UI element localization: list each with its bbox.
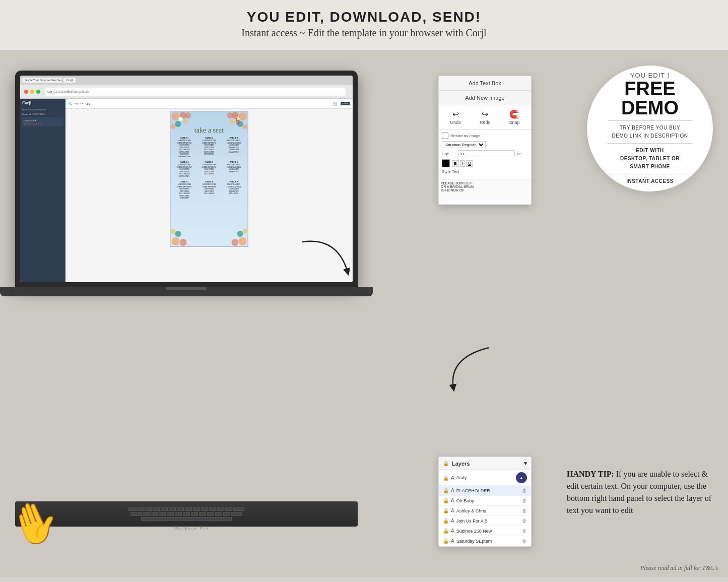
layer-name-placeholder: PLACEHOLDER xyxy=(456,488,520,493)
undo-label: Undo xyxy=(450,120,461,125)
redo-button[interactable]: ↪ Redo xyxy=(480,109,491,125)
layer-type-icon-2: A xyxy=(451,488,454,493)
bold-button[interactable]: B xyxy=(452,160,459,167)
key xyxy=(159,512,166,516)
style-text-label: Style Text xyxy=(442,169,459,174)
layer-item-oh-baby[interactable]: 🔒 A Oh Baby 🗑 xyxy=(439,496,531,506)
text-preview-area[interactable]: PLEASE JOIN US F OR A BRIDAL BRUN IN HON… xyxy=(439,179,531,205)
deer-illustration: 🦌 xyxy=(233,115,243,125)
address-bar[interactable]: corjl.com/order/templates xyxy=(45,88,346,96)
minimize-dot[interactable] xyxy=(30,90,34,94)
layer-type-icon-5: A xyxy=(451,518,454,524)
svg-point-19 xyxy=(232,239,239,246)
order-item[interactable]: best floral ✦ ⊗ INCOMPLETE xyxy=(22,117,63,126)
corjl-logo: Corjl xyxy=(22,101,63,105)
demo-separator-2 xyxy=(608,143,692,144)
toolbar-cart: 🛒 xyxy=(333,101,339,106)
table-header-2: TABLE 2 xyxy=(197,137,221,139)
seating-tables-grid-3: TABLE 7 SAMANTHA JONESCARRIE BRADSHAWJAS… xyxy=(171,178,248,201)
demo-separator-1 xyxy=(608,120,692,121)
layer-lock-icon-6: 🔒 xyxy=(443,528,449,534)
text-preview-line1: PLEASE JOIN US F xyxy=(441,181,529,185)
laptop: Name Your Order to Date Savy... Corjl co… xyxy=(15,71,358,373)
italic-button[interactable]: I xyxy=(460,160,465,167)
snap-label: Snap xyxy=(509,120,519,125)
table-col-8: TABLE 8 SAMANTHA JONESCARRIE BRADSHAWJAS… xyxy=(197,179,221,200)
style-text-row: Style Text xyxy=(442,169,528,174)
font-dropdown[interactable]: Sarabun Regular xyxy=(442,141,486,148)
layer-name-saturday: Saturday SEptem xyxy=(456,539,520,544)
resize-label: Resize as Image xyxy=(450,134,481,138)
key xyxy=(175,512,182,516)
maximize-dot[interactable] xyxy=(36,90,40,94)
toolbar-order-btn[interactable]: Order xyxy=(341,102,350,105)
size-label: Hgt: xyxy=(442,152,456,156)
underline-button[interactable]: U xyxy=(466,160,473,167)
layers-title: Layers xyxy=(452,461,470,467)
layer-item-placeholder[interactable]: 🔒 A PLACEHOLDER 🗑 xyxy=(439,486,531,496)
table-col-9: TABLE 9 SAMANTHA JONESCARRIE BRADSHAWJAS… xyxy=(222,179,246,200)
layer-item-ashley-chris[interactable]: 🔒 A Ashley & Chris 🗑 xyxy=(439,506,531,516)
layer-delete-icon-2[interactable]: 🗑 xyxy=(522,498,527,503)
layers-header[interactable]: 🔒 Layers ▾ xyxy=(439,457,531,470)
height-input[interactable] xyxy=(458,150,515,157)
handy-tip: HANDY TIP: If you are unable to select &… xyxy=(567,468,718,516)
key xyxy=(169,507,176,511)
table-col-2: TABLE 2 SAMANTHA JONESCARRIE BRADSHAWJAS… xyxy=(197,136,221,158)
table-col-6: TABLE 6 SAMANTHA JONESCARRIE BRADSHAWJAS… xyxy=(222,160,246,177)
table-col-7: TABLE 7 SAMANTHA JONESCARRIE BRADSHAWJAS… xyxy=(173,179,196,200)
layer-delete-icon-6[interactable]: 🗑 xyxy=(522,538,527,544)
key xyxy=(199,512,206,516)
text-preview-line3: IN HONOR OF xyxy=(441,188,529,192)
add-new-image-button[interactable]: Add New Image xyxy=(439,91,531,105)
layer-lock-icon-3: 🔒 xyxy=(443,498,449,503)
svg-point-14 xyxy=(172,237,180,245)
layer-type-icon-6: A xyxy=(451,528,454,534)
laptop-notch xyxy=(166,287,207,290)
table-header-6: TABLE 6 xyxy=(222,161,246,163)
color-swatch[interactable] xyxy=(442,159,450,167)
layer-delete-icon-5[interactable]: 🗑 xyxy=(522,528,527,534)
layer-delete-icon-3[interactable]: 🗑 xyxy=(522,508,527,513)
browser-chrome: corjl.com/order/templates xyxy=(20,85,353,99)
browser-tab-1[interactable]: Name Your Order to Date Savy... xyxy=(22,78,62,83)
size-row: Hgt: W: xyxy=(442,150,528,157)
undo-button[interactable]: ↩ Undo xyxy=(450,109,461,125)
browser-tab-2[interactable]: Corjl xyxy=(63,78,76,83)
add-text-box-button[interactable]: Add Text Box xyxy=(439,76,531,91)
edit-panel-content: Resize as Image Sarabun Regular Hgt: W: … xyxy=(439,130,531,179)
demo-instant-access: INSTANT ACCESS xyxy=(626,177,674,185)
svg-point-20 xyxy=(237,231,243,237)
spacebar-key xyxy=(141,517,232,521)
layer-item-supinos[interactable]: 🔒 A Supinos 250 New 🗑 xyxy=(439,526,531,536)
layer-delete-icon-4[interactable]: 🗑 xyxy=(522,518,527,524)
layer-delete-icon[interactable]: 🗑 xyxy=(522,488,527,493)
resize-checkbox[interactable] xyxy=(442,133,448,139)
close-dot[interactable] xyxy=(24,90,28,94)
svg-point-16 xyxy=(175,231,181,237)
layer-up-button[interactable]: ▲ xyxy=(516,472,527,483)
key xyxy=(223,512,230,516)
text-preview-line2: OR A BRIDAL BRUN xyxy=(441,185,529,188)
layers-header-left: 🔒 Layers xyxy=(443,461,470,467)
font-row: Sarabun Regular xyxy=(442,141,528,148)
key xyxy=(233,507,244,511)
svg-point-15 xyxy=(180,239,187,246)
arrow-to-layers xyxy=(438,343,499,403)
layer-item-saturday[interactable]: 🔒 A Saturday SEptem 🗑 xyxy=(439,536,531,546)
demo-edit-with: EDIT WITH DESKTOP, TABLET OR SMART PHONE xyxy=(620,147,680,171)
key xyxy=(143,512,150,516)
snap-button[interactable]: 🧲 Snap xyxy=(509,109,519,125)
layer-name-join-us: Join Us For A B xyxy=(456,519,520,524)
table-header-5: TABLE 5 xyxy=(197,161,221,163)
demo-circle: YOU EDIT ! FREE DEMO TRY BEFORE YOU BUY … xyxy=(587,66,713,191)
key xyxy=(207,512,214,516)
layer-item-andy[interactable]: 🔒 A Andy ▲ xyxy=(439,470,531,486)
layer-item-join-us[interactable]: 🔒 A Join Us For A B 🗑 xyxy=(439,516,531,526)
demo-separator-3 xyxy=(608,174,692,174)
key xyxy=(153,507,160,511)
toolbar-nav: ◀ ▶ xyxy=(86,102,91,105)
table-names-2: SAMANTHA JONESCARRIE BRADSHAWJASON SMITH… xyxy=(197,140,221,156)
key xyxy=(145,507,152,511)
order-id-label: Order Id: 1509758194 xyxy=(22,113,63,115)
